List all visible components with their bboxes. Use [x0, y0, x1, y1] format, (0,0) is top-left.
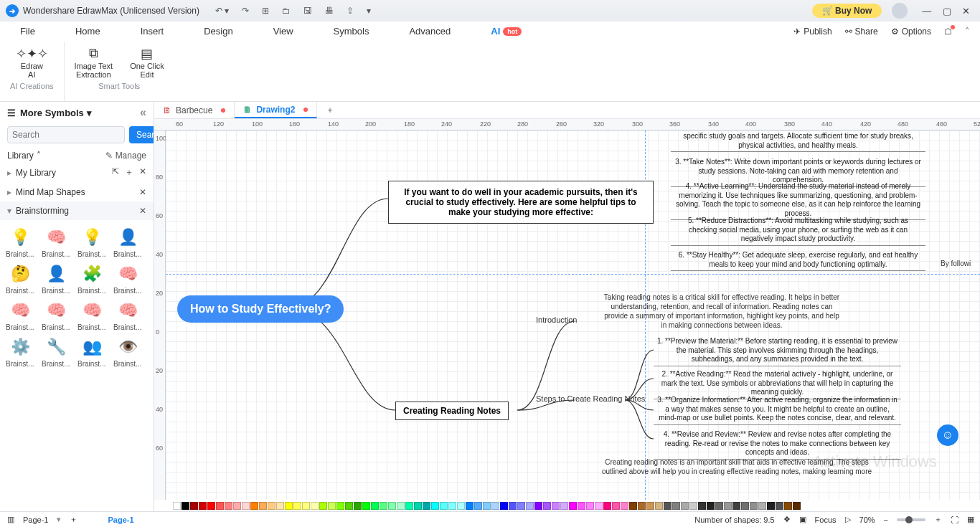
- step-1[interactable]: 1. **Preview the Material:** Before star…: [654, 336, 901, 366]
- open-icon[interactable]: 🗀: [282, 6, 291, 16]
- zoom-slider[interactable]: [897, 518, 925, 521]
- search-button[interactable]: Search: [129, 126, 154, 143]
- color-swatch[interactable]: [474, 502, 482, 510]
- color-swatch[interactable]: [758, 502, 766, 510]
- color-swatch[interactable]: [328, 502, 336, 510]
- color-swatch[interactable]: [638, 502, 646, 510]
- tab-barbecue[interactable]: 🗎Barbecue: [154, 102, 235, 118]
- color-swatch[interactable]: [268, 502, 275, 510]
- shape-item[interactable]: 💡Brainst...: [6, 224, 40, 258]
- maximize-icon[interactable]: ▢: [938, 3, 956, 19]
- edraw-ai-button[interactable]: ✧✦✧Edraw AI: [16, 46, 48, 79]
- color-swatch[interactable]: [689, 502, 697, 510]
- notification-icon[interactable]: ☖: [944, 27, 952, 37]
- color-swatch[interactable]: [793, 502, 801, 510]
- color-swatch[interactable]: [784, 502, 792, 510]
- color-swatch[interactable]: [715, 502, 723, 510]
- color-swatch[interactable]: [319, 502, 327, 510]
- color-swatch[interactable]: [595, 502, 603, 510]
- color-swatch[interactable]: [569, 502, 577, 510]
- color-swatch[interactable]: [534, 502, 542, 510]
- color-swatch[interactable]: [586, 502, 594, 510]
- color-swatch[interactable]: [345, 502, 353, 510]
- close-lib-icon[interactable]: ✕: [139, 187, 146, 197]
- shape-item[interactable]: ⚙️Brainst...: [6, 334, 40, 368]
- menu-ai[interactable]: AIhot: [471, 26, 542, 37]
- image-text-extract-button[interactable]: ⧉Image Text Extraction: [75, 46, 113, 79]
- color-swatch[interactable]: [483, 502, 491, 510]
- root-node[interactable]: How to Study Effectively?: [177, 295, 344, 323]
- color-swatch[interactable]: [776, 502, 783, 510]
- zoom-in-icon[interactable]: ＋: [934, 514, 942, 525]
- color-swatch[interactable]: [276, 502, 284, 510]
- shape-item[interactable]: 🤔Brainst...: [6, 261, 40, 295]
- avatar[interactable]: [892, 3, 908, 19]
- shape-item[interactable]: 🧠Brainst...: [113, 298, 148, 331]
- color-swatch[interactable]: [526, 502, 534, 510]
- shape-item[interactable]: 👤Brainst...: [42, 261, 76, 295]
- menu-insert[interactable]: Insert: [121, 26, 184, 37]
- shape-item[interactable]: 🧠Brainst...: [42, 298, 76, 331]
- intro-node[interactable]: If you want to do well in your academic …: [388, 181, 654, 224]
- fullscreen-icon[interactable]: ▦: [967, 515, 974, 524]
- color-swatch[interactable]: [448, 502, 456, 510]
- options-button[interactable]: ⚙ Options: [891, 27, 931, 37]
- color-swatch[interactable]: [646, 502, 654, 510]
- menu-file[interactable]: File: [0, 26, 55, 37]
- fit-page-icon[interactable]: ⛶: [951, 516, 958, 524]
- color-swatch[interactable]: [311, 502, 319, 510]
- menu-home[interactable]: Home: [55, 26, 121, 37]
- manage-button[interactable]: ✎ Manage: [105, 151, 146, 161]
- collapse-ribbon-icon[interactable]: ˄: [965, 26, 970, 37]
- publish-button[interactable]: ✈ Publish: [793, 27, 831, 37]
- print-icon[interactable]: 🖶: [325, 6, 334, 16]
- color-swatch[interactable]: [173, 502, 181, 510]
- add-icon[interactable]: ＋: [125, 166, 133, 179]
- step-3[interactable]: 3. **Organize Information:** After activ…: [654, 394, 901, 425]
- shape-item[interactable]: 👁️Brainst...: [113, 334, 148, 368]
- undo-icon[interactable]: ↶ ▾: [215, 6, 229, 16]
- shape-item[interactable]: 👤Brainst...: [113, 224, 148, 258]
- tip-item-6[interactable]: 6. **Stay Healthy**: Get adequate sleep,…: [671, 250, 925, 271]
- creating-notes-node[interactable]: Creating Reading Notes: [395, 402, 509, 420]
- minimize-icon[interactable]: —: [918, 3, 936, 19]
- color-swatch[interactable]: [405, 502, 413, 510]
- color-swatch[interactable]: [423, 502, 430, 510]
- color-swatch[interactable]: [724, 502, 732, 510]
- new-icon[interactable]: ⊞: [262, 6, 269, 16]
- focus-label[interactable]: Focus: [815, 516, 837, 524]
- save-icon[interactable]: 🖫: [303, 6, 312, 16]
- assistant-float-button[interactable]: ☺: [937, 424, 958, 446]
- intro-paragraph[interactable]: Taking reading notes is a critical skill…: [603, 293, 840, 330]
- color-swatch[interactable]: [707, 502, 715, 510]
- my-library-item[interactable]: My Library: [16, 168, 56, 178]
- introduction-label[interactable]: Introduction: [536, 315, 577, 324]
- canvas[interactable]: How to Study Effectively? If you want to…: [166, 130, 980, 500]
- color-swatch[interactable]: [552, 502, 560, 510]
- conclusion-paragraph[interactable]: Creating reading notes is an important s…: [593, 457, 880, 476]
- color-swatch[interactable]: [767, 502, 775, 510]
- color-swatch[interactable]: [242, 502, 250, 510]
- add-tab-button[interactable]: ＋: [317, 102, 343, 118]
- color-swatch[interactable]: [182, 502, 189, 510]
- color-swatch[interactable]: [259, 502, 267, 510]
- more-symbols-label[interactable]: More Symbols: [20, 108, 84, 118]
- color-swatch[interactable]: [293, 502, 301, 510]
- remove-icon[interactable]: ✕: [139, 166, 146, 179]
- shape-item[interactable]: 🔧Brainst...: [42, 334, 76, 368]
- color-swatch[interactable]: [371, 502, 379, 510]
- color-swatch[interactable]: [750, 502, 758, 510]
- shape-item[interactable]: 🧠Brainst...: [77, 298, 112, 331]
- color-swatch[interactable]: [336, 502, 344, 510]
- steps-label[interactable]: Steps to Create Reading Notes: [536, 394, 645, 403]
- shape-item[interactable]: 🧠Brainst...: [6, 298, 40, 331]
- color-swatch[interactable]: [388, 502, 396, 510]
- tab-drawing2[interactable]: 🗎Drawing2: [235, 102, 317, 118]
- color-swatch[interactable]: [603, 502, 611, 510]
- one-click-edit-button[interactable]: ▤One Click Edit: [130, 46, 164, 79]
- color-swatch[interactable]: [380, 502, 387, 510]
- color-swatch[interactable]: [414, 502, 422, 510]
- color-swatch[interactable]: [543, 502, 551, 510]
- color-swatch[interactable]: [199, 502, 207, 510]
- color-swatch[interactable]: [225, 502, 232, 510]
